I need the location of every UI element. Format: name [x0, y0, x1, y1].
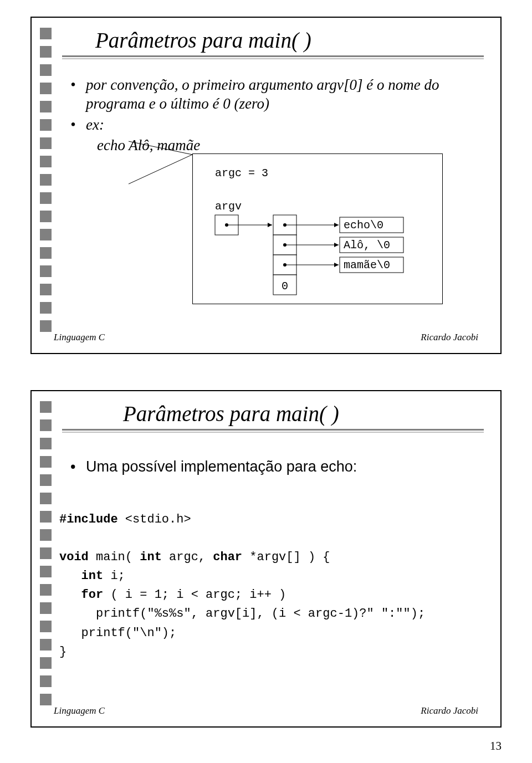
decor-square [40, 547, 52, 559]
slide-title-wrap: Parâmetros para main( ) [123, 401, 339, 426]
code-text: i; [103, 569, 125, 583]
title-underline [62, 55, 484, 61]
slide-title: Parâmetros para main( ) [123, 402, 339, 426]
page-number: 13 [490, 739, 502, 753]
decor-square [40, 621, 52, 632]
kw-int: int [140, 550, 162, 564]
slide-body: • por convenção, o primeiro argumento ar… [70, 76, 478, 157]
decor-square [40, 64, 52, 76]
slide-title: Parâmetros para main( ) [95, 28, 311, 52]
code-text: } [59, 645, 66, 659]
decor-square [40, 302, 52, 314]
arrow-head-icon [334, 243, 339, 247]
decor-square [40, 28, 52, 39]
null-label: 0 [282, 280, 288, 293]
decor-square [40, 101, 52, 112]
footer-right: Ricardo Jacobi [421, 332, 478, 343]
bullet-text: echo Alô, mamãe [86, 136, 478, 155]
decor-square [40, 156, 52, 167]
arrow-head-icon [334, 223, 339, 227]
string-text-2: mamãe\0 [344, 259, 390, 272]
slide-2: Parâmetros para main( ) • Uma possível i… [30, 390, 502, 728]
decor-square [40, 584, 52, 596]
bullet-text: por convenção, o primeiro argumento argv… [86, 76, 478, 114]
bullet-spacer [70, 136, 80, 155]
kw-include: #include [59, 513, 118, 526]
string-text-1: Alô, \0 [344, 239, 390, 252]
code-text: ( i = 1; i < argc; i++ ) [103, 588, 286, 602]
arrow-head-icon [268, 223, 272, 227]
decor-square [40, 83, 52, 94]
decor-square [40, 401, 52, 413]
decor-square [40, 46, 52, 58]
bullet-text: ex: [86, 116, 478, 135]
bullet-dot: • [70, 116, 80, 135]
decor-square [40, 438, 52, 449]
kw-int: int [81, 569, 104, 583]
bullet-item: echo Alô, mamãe [70, 136, 478, 155]
decor-square [40, 247, 52, 259]
footer-right: Ricardo Jacobi [421, 705, 478, 716]
decor-square [40, 474, 52, 486]
decor-square [40, 119, 52, 131]
argv-diagram-svg: argc = 3 argv [193, 154, 442, 304]
slide-2-inner: Parâmetros para main( ) • Uma possível i… [32, 391, 500, 726]
slide-title-wrap: Parâmetros para main( ) [95, 28, 311, 53]
code-text [59, 569, 81, 583]
decor-square [40, 566, 52, 577]
decor-square [40, 229, 52, 240]
kw-for: for [81, 588, 104, 602]
slide-1-inner: Parâmetros para main( ) • por convenção,… [32, 18, 500, 353]
decor-square [40, 675, 52, 687]
slide-footer: Linguagem C Ricardo Jacobi [54, 332, 478, 343]
svg-line-1 [129, 155, 192, 184]
decor-column [40, 401, 52, 705]
decor-square [40, 493, 52, 504]
slide-footer: Linguagem C Ricardo Jacobi [54, 705, 478, 716]
decor-square [40, 192, 52, 204]
code-text: main( [89, 550, 140, 564]
code-text: <stdio.h> [118, 513, 191, 526]
code-text: argc, [162, 550, 213, 564]
decor-column [40, 28, 52, 332]
decor-square [40, 639, 52, 651]
string-text-0: echo\0 [344, 219, 383, 232]
bullet-item: • por convenção, o primeiro argumento ar… [70, 76, 478, 114]
code-text: printf("%s%s", argv[i], (i < argc-1)?" "… [59, 607, 425, 621]
arrow-head-icon [334, 263, 339, 267]
slide-1: Parâmetros para main( ) • por convenção,… [30, 17, 502, 354]
bullet-dot: • [70, 76, 80, 114]
decor-square [40, 265, 52, 277]
argv-diagram: argc = 3 argv [192, 153, 443, 304]
decor-square [40, 456, 52, 468]
decor-square [40, 602, 52, 614]
bullet-item: • Uma possível implementação para echo: [70, 458, 478, 477]
kw-char: char [213, 550, 242, 564]
bullet-item: • ex: [70, 116, 478, 135]
decor-square [40, 511, 52, 523]
decor-square [40, 320, 52, 332]
decor-square [40, 657, 52, 669]
footer-left: Linguagem C [54, 705, 105, 716]
argc-label: argc = 3 [215, 167, 268, 180]
title-underline [62, 429, 484, 434]
decor-square [40, 284, 52, 295]
decor-square [40, 694, 52, 705]
footer-left: Linguagem C [54, 332, 105, 343]
code-text: printf("\n"); [59, 626, 176, 640]
code-text [59, 588, 81, 602]
bullet-text: Uma possível implementação para echo: [86, 458, 478, 477]
code-text: *argv[] ) { [242, 550, 330, 564]
kw-void: void [59, 550, 89, 564]
decor-square [40, 174, 52, 186]
slide-body: • Uma possível implementação para echo: [70, 458, 478, 479]
decor-square [40, 137, 52, 149]
decor-square [40, 211, 52, 222]
decor-square [40, 419, 52, 431]
bullet-dot: • [70, 458, 80, 477]
argv-label: argv [215, 200, 242, 213]
code-block: #include <stdio.h> void main( int argc, … [59, 510, 425, 662]
page: Parâmetros para main( ) • por convenção,… [0, 0, 532, 763]
decor-square [40, 529, 52, 541]
